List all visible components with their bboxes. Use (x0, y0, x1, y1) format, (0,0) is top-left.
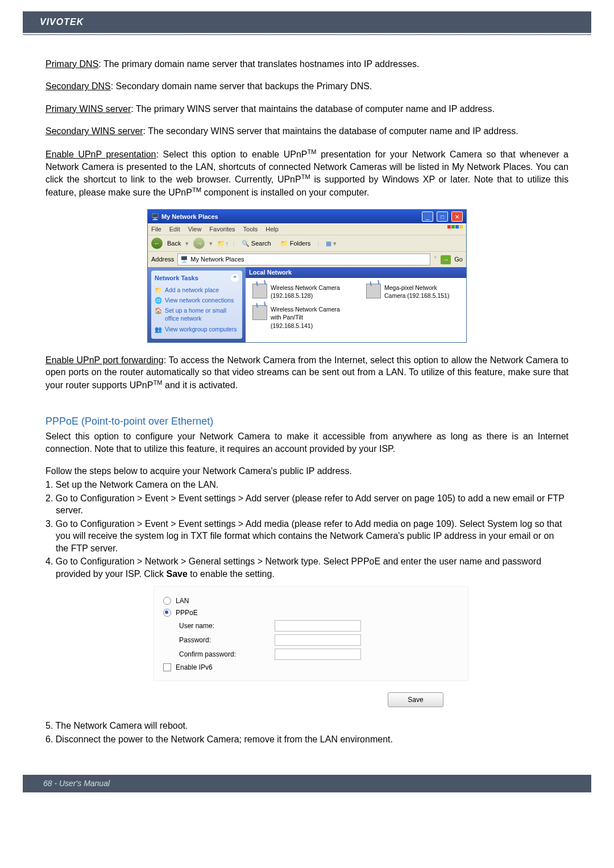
workgroup-icon: 👥 (155, 325, 162, 333)
task-view-connections[interactable]: 🌐View network connections (155, 296, 239, 304)
search-button[interactable]: 🔍Search (239, 238, 273, 249)
checkbox-ipv6[interactable] (163, 663, 171, 671)
maximize-button[interactable]: □ (437, 211, 448, 222)
address-dropdown-icon[interactable]: ˅ (434, 255, 437, 264)
pppoe-intro: Select this option to configure your Net… (45, 430, 569, 455)
folders-icon: 📁 (280, 239, 288, 248)
page-header: VIVOTEK (23, 11, 591, 33)
para-upnp-forwarding: Enable UPnP port forwarding: To access t… (45, 354, 569, 392)
pppoe-step6: 6. Disconnect the power to the Network C… (45, 733, 569, 746)
radio-pppoe[interactable] (163, 609, 171, 617)
go-button[interactable]: → (441, 255, 451, 264)
screenshot-pppoe-form: LAN PPPoE User name: Password: Confirm p… (154, 586, 468, 682)
pppoe-step2: 2. Go to Configuration > Event > Event s… (45, 492, 569, 517)
tm-superscript: TM (153, 379, 162, 386)
main-pane: Local Network Wireless Network Camera (1… (246, 267, 466, 342)
camera-label: Wireless Network Camera (192.168.5.128) (271, 284, 343, 300)
windows-flag-icon (447, 225, 463, 234)
radio-lan[interactable] (163, 597, 171, 605)
camera-shortcut[interactable]: Mega-pixel Network Camera (192.168.5.151… (366, 284, 457, 300)
page-content: Primary DNS: The primary domain name ser… (23, 35, 591, 758)
para-upnp-presentation: Enable UPnP presentation: Select this op… (45, 148, 569, 199)
address-bar: Address 🖥️ My Network Places ˅ → Go (148, 251, 466, 267)
label-username: User name: (163, 621, 270, 630)
camera-label: Wireless Network Camera with Pan/Tilt (1… (271, 305, 343, 330)
menu-edit[interactable]: Edit (169, 225, 180, 234)
term-primary-dns: Primary DNS (45, 59, 98, 69)
task-add-place[interactable]: 📁Add a network place (155, 286, 239, 294)
pppoe-step5: 5. The Network Camera will reboot. (45, 720, 569, 732)
toolbar: ← Back ▾ → ▾ 📁↑ | 🔍Search 📁Folders | ▦▾ (148, 235, 466, 251)
network-tasks-panel: Network Tasks ⌃ 📁Add a network place 🌐Vi… (151, 271, 242, 339)
collapse-icon[interactable]: ⌃ (231, 274, 239, 282)
address-field[interactable]: 🖥️ My Network Places (177, 254, 430, 265)
tm-superscript: TM (301, 173, 310, 180)
term-secondary-wins: Secondary WINS server (45, 126, 143, 136)
back-button[interactable]: ← (151, 238, 163, 249)
para-secondary-dns: Secondary DNS: Secondary domain name ser… (45, 80, 569, 93)
go-label: Go (454, 255, 463, 264)
pppoe-step1: 1. Set up the Network Camera on the LAN. (45, 479, 569, 491)
task-setup-network[interactable]: 🏠Set up a home or small office network (155, 306, 239, 322)
camera-shortcut[interactable]: Wireless Network Camera (192.168.5.128) (252, 284, 343, 300)
label-ipv6: Enable IPv6 (176, 663, 213, 672)
menu-favorites[interactable]: Favorites (209, 225, 235, 234)
views-icon: ▦ (326, 239, 331, 248)
folders-button[interactable]: 📁Folders (278, 238, 313, 249)
window-titlebar: 🖥️ My Network Places _ □ ✕ (148, 210, 466, 223)
task-view-workgroup[interactable]: 👥View workgroup computers (155, 325, 239, 333)
term-upnp-forwarding: Enable UPnP port forwarding (45, 355, 164, 365)
connections-icon: 🌐 (155, 296, 162, 304)
app-icon: 🖥️ (151, 213, 159, 221)
back-label: Back (167, 239, 181, 248)
minimize-button[interactable]: _ (422, 211, 433, 222)
label-pppoe: PPPoE (176, 608, 198, 617)
input-confirm-password[interactable] (275, 649, 361, 660)
input-password[interactable] (275, 634, 361, 646)
network-places-icon: 🖥️ (180, 255, 188, 264)
up-button[interactable]: 📁↑ (217, 239, 229, 248)
section-local-network: Local Network (246, 267, 466, 278)
label-lan: LAN (176, 596, 189, 605)
footer-text: 68 - User's Manual (43, 779, 110, 788)
label-password: Password: (163, 636, 270, 645)
menu-file[interactable]: File (151, 225, 161, 234)
tm-superscript: TM (307, 148, 316, 155)
menu-view[interactable]: View (188, 225, 202, 234)
camera-label: Mega-pixel Network Camera (192.168.5.151… (384, 284, 457, 300)
address-label: Address (151, 255, 174, 264)
menu-help[interactable]: Help (265, 225, 279, 234)
window-title: My Network Places (161, 213, 418, 221)
menu-bar: File Edit View Favorites Tools Help (148, 223, 466, 235)
search-icon: 🔍 (242, 239, 250, 248)
page-footer: 68 - User's Manual (23, 775, 591, 792)
camera-icon (252, 284, 267, 298)
close-button[interactable]: ✕ (451, 211, 463, 222)
pppoe-step3: 3. Go to Configuration > Event > Event s… (45, 518, 569, 555)
term-primary-wins: Primary WINS server (45, 104, 131, 114)
add-place-icon: 📁 (155, 286, 162, 294)
views-button[interactable]: ▦▾ (323, 238, 339, 249)
tasks-header: Network Tasks (155, 274, 198, 283)
para-primary-wins: Primary WINS server: The primary WINS se… (45, 103, 569, 115)
term-secondary-dns: Secondary DNS (45, 81, 111, 91)
camera-icon (252, 305, 267, 320)
input-username[interactable] (275, 620, 361, 632)
para-primary-dns: Primary DNS: The primary domain name ser… (45, 58, 569, 70)
side-panel: Network Tasks ⌃ 📁Add a network place 🌐Vi… (148, 267, 246, 342)
forward-button[interactable]: → (193, 238, 205, 249)
pppoe-follow: Follow the steps below to acquire your N… (45, 465, 569, 477)
save-button[interactable]: Save (388, 692, 443, 707)
camera-icon (366, 284, 381, 298)
term-upnp-presentation: Enable UPnP presentation (45, 149, 156, 159)
label-confirm-password: Confirm password: (163, 650, 270, 659)
camera-shortcut[interactable]: Wireless Network Camera with Pan/Tilt (1… (252, 305, 343, 330)
brand-logo: VIVOTEK (40, 17, 84, 27)
menu-tools[interactable]: Tools (243, 225, 258, 234)
screenshot-network-places: 🖥️ My Network Places _ □ ✕ File Edit Vie… (147, 209, 467, 342)
address-value: My Network Places (190, 255, 244, 264)
para-secondary-wins: Secondary WINS server: The secondary WIN… (45, 125, 569, 138)
pppoe-step4: 4. Go to Configuration > Network > Gener… (45, 555, 569, 580)
setup-icon: 🏠 (155, 306, 162, 322)
tm-superscript: TM (192, 186, 201, 193)
